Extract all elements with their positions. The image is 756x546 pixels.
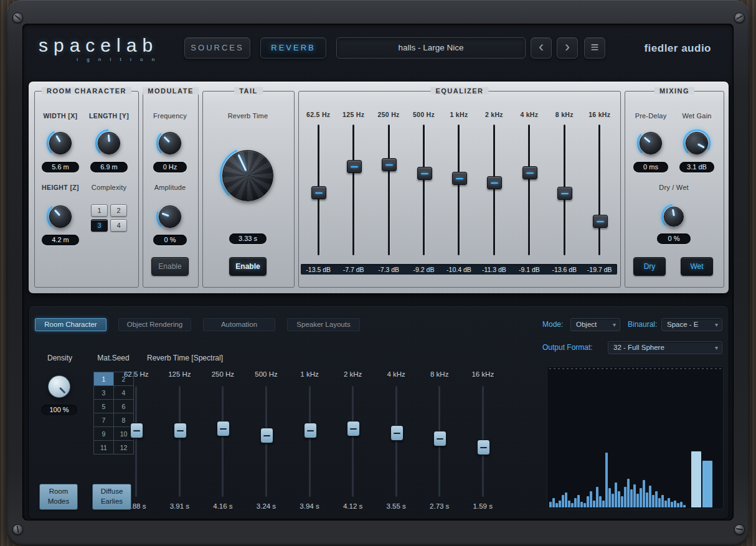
meter-bar	[655, 491, 658, 507]
spectral-slider-track[interactable]	[438, 386, 440, 497]
tail-enable-button[interactable]: Enable	[229, 257, 267, 276]
eq-slider-handle[interactable]	[487, 176, 502, 189]
chevron-down-icon: ▾	[715, 342, 718, 354]
spectral-time-value: 2.73 s	[418, 502, 461, 510]
spectral-slider-handle[interactable]	[174, 423, 187, 438]
predelay-knob[interactable]	[636, 129, 665, 158]
mat-seed-option-9[interactable]: 9	[94, 427, 113, 440]
spectral-slider-track[interactable]	[309, 386, 311, 497]
reverb-time-knob[interactable]	[219, 147, 276, 204]
spectral-slider-track[interactable]	[222, 386, 224, 497]
tab-speaker-layouts[interactable]: Speaker Layouts	[287, 318, 360, 331]
spectral-freq-label: 1 kHz	[288, 370, 331, 380]
spectral-slider-track[interactable]	[352, 386, 354, 497]
spectral-slider-handle[interactable]	[390, 425, 404, 441]
tab-object-rendering[interactable]: Object Rendering	[118, 318, 191, 331]
eq-slider-handle[interactable]	[557, 187, 572, 200]
eq-slider-handle[interactable]	[452, 172, 467, 185]
modulate-enable-button[interactable]: Enable	[151, 257, 189, 276]
output-level-bar	[691, 451, 701, 507]
eq-slider-track[interactable]	[423, 125, 425, 255]
tab-automation[interactable]: Automation	[203, 318, 275, 331]
logo-subtext: i g n i t i o n	[39, 57, 158, 62]
eq-slider-track[interactable]	[564, 125, 565, 255]
meter-bar	[596, 487, 598, 507]
mat-seed-option-7[interactable]: 7	[94, 413, 113, 426]
length-knob[interactable]	[95, 129, 123, 158]
eq-slider-track[interactable]	[493, 125, 495, 255]
room-modes-button[interactable]: Room Modes	[39, 484, 78, 510]
eq-slider-track[interactable]	[388, 125, 390, 255]
spectral-slider-track[interactable]	[482, 386, 484, 497]
spectral-slider-track[interactable]	[135, 386, 137, 497]
mat-seed-option-11[interactable]: 11	[94, 441, 113, 454]
height-knob[interactable]	[46, 202, 75, 231]
menu-button[interactable]: ≡	[584, 37, 605, 59]
wet-button[interactable]: Wet	[681, 257, 713, 276]
meter-bar	[552, 498, 555, 507]
binaural-select[interactable]: Space - E ▾	[661, 318, 722, 331]
sources-button[interactable]: SOURCES	[184, 37, 250, 59]
spectral-slider-handle[interactable]	[347, 421, 360, 436]
dry-button[interactable]: Dry	[633, 257, 666, 276]
eq-slider-track[interactable]	[318, 125, 319, 255]
spectral-band: 2 kHz 4.12 s	[331, 370, 375, 514]
hamburger-icon: ≡	[585, 38, 605, 57]
tab-room-character[interactable]: Room Character	[35, 318, 106, 331]
meter-bar	[587, 496, 589, 507]
eq-slider-track[interactable]	[352, 125, 354, 255]
predelay-value: 0 ms	[633, 162, 668, 172]
meter-bar	[605, 453, 608, 507]
chevron-down-icon: ▾	[613, 319, 616, 331]
diffuse-earlies-button[interactable]: Diffuse Earlies	[92, 484, 131, 510]
drywet-knob[interactable]	[661, 204, 687, 230]
mod-amplitude-knob[interactable]	[156, 202, 184, 231]
complexity-option-1[interactable]: 1	[91, 204, 108, 217]
spectral-slider-handle[interactable]	[217, 421, 230, 436]
eq-slider-track[interactable]	[458, 125, 460, 255]
brand-logo: fiedler audio	[624, 42, 711, 55]
spectral-slider-handle[interactable]	[130, 423, 143, 438]
mod-frequency-knob[interactable]	[156, 129, 184, 158]
spectral-slider-handle[interactable]	[260, 428, 273, 443]
reverb-button[interactable]: REVERB	[260, 37, 326, 59]
complexity-option-2[interactable]: 2	[110, 204, 127, 217]
next-preset-button[interactable]: ›	[557, 37, 578, 59]
output-format-select[interactable]: 32 - Full Sphere ▾	[608, 341, 722, 354]
eq-slider-handle[interactable]	[593, 215, 608, 228]
meter-spectrum-bars	[549, 370, 686, 507]
spectral-slider-handle[interactable]	[477, 440, 490, 455]
meter-bar	[590, 491, 592, 507]
spectral-freq-label: 4 kHz	[374, 370, 418, 380]
height-value: 4.2 m	[42, 235, 79, 245]
spectral-slider-track[interactable]	[179, 386, 181, 497]
density-knob[interactable]	[45, 372, 73, 401]
density-value: 100 %	[41, 405, 77, 415]
spectral-slider-handle[interactable]	[433, 431, 447, 446]
meter-bar	[658, 498, 661, 507]
width-knob[interactable]	[46, 129, 75, 158]
mat-seed-option-3[interactable]: 3	[94, 386, 113, 399]
length-value: 6.9 m	[90, 162, 128, 172]
complexity-option-3[interactable]: 3	[91, 219, 108, 232]
spectral-slider-track[interactable]	[395, 386, 397, 497]
spectral-time-value: 1.59 s	[461, 502, 505, 510]
wetgain-knob[interactable]	[683, 129, 711, 158]
eq-slider-track[interactable]	[528, 125, 530, 255]
spectral-slider-track[interactable]	[265, 386, 267, 497]
eq-slider-handle[interactable]	[347, 160, 362, 173]
eq-slider-handle[interactable]	[417, 167, 432, 180]
spectral-slider-handle[interactable]	[304, 423, 317, 438]
eq-slider-handle[interactable]	[522, 166, 537, 179]
prev-preset-button[interactable]: ‹	[531, 37, 552, 59]
eq-slider-handle[interactable]	[311, 186, 326, 199]
meter-bar	[649, 486, 651, 507]
mat-seed-option-1[interactable]: 1	[94, 372, 113, 385]
eq-band: 125 Hz	[336, 111, 371, 260]
mode-select[interactable]: Object ▾	[570, 318, 620, 331]
preset-display[interactable]: halls - Large Nice	[336, 37, 526, 59]
mat-seed-option-5[interactable]: 5	[94, 400, 113, 413]
eq-slider-handle[interactable]	[382, 158, 397, 171]
eq-slider-track[interactable]	[598, 125, 600, 255]
complexity-option-4[interactable]: 4	[110, 219, 127, 232]
